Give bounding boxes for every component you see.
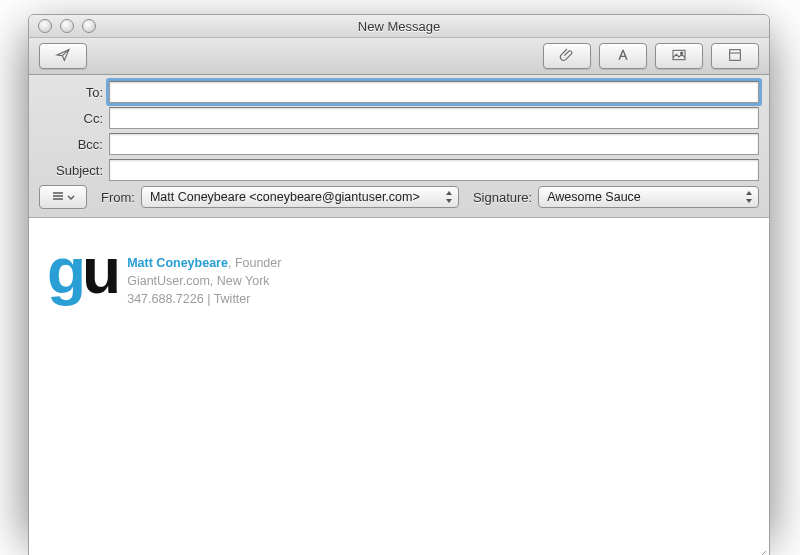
svg-line-7 <box>756 551 766 555</box>
subject-field[interactable] <box>109 159 759 181</box>
signature-twitter-link[interactable]: Twitter <box>214 292 251 306</box>
close-window-button[interactable] <box>38 19 52 33</box>
svg-rect-2 <box>730 49 741 60</box>
signature-location: New York <box>217 274 270 288</box>
to-label: To: <box>39 85 109 100</box>
zoom-window-button[interactable] <box>82 19 96 33</box>
paperclip-icon <box>558 47 576 66</box>
signature-block: gu Matt Coneybeare, Founder GiantUser.co… <box>47 244 751 308</box>
photo-browser-button[interactable] <box>655 43 703 69</box>
send-button[interactable] <box>39 43 87 69</box>
signature-company-link[interactable]: GiantUser.com <box>127 274 210 288</box>
stationery-button[interactable] <box>711 43 759 69</box>
bcc-field[interactable] <box>109 133 759 155</box>
cc-label: Cc: <box>39 111 109 126</box>
signature-value: Awesome Sauce <box>547 190 641 204</box>
updown-icon <box>744 189 754 205</box>
from-label: From: <box>101 190 135 205</box>
svg-rect-0 <box>673 50 685 59</box>
resize-handle[interactable] <box>753 548 767 555</box>
bcc-label: Bcc: <box>39 137 109 152</box>
minimize-window-button[interactable] <box>60 19 74 33</box>
stationery-icon <box>726 47 744 66</box>
header-menu-button[interactable] <box>39 185 87 209</box>
attach-button[interactable] <box>543 43 591 69</box>
signature-name[interactable]: Matt Coneybeare <box>127 256 228 270</box>
paper-plane-icon <box>54 47 72 66</box>
format-button[interactable] <box>599 43 647 69</box>
toolbar <box>29 38 769 75</box>
titlebar: New Message <box>29 15 769 38</box>
svg-point-1 <box>681 51 683 53</box>
updown-icon <box>444 189 454 205</box>
signature-phone: 347.688.7226 <box>127 292 203 306</box>
cc-field[interactable] <box>109 107 759 129</box>
from-value: Matt Coneybeare <coneybeare@giantuser.co… <box>150 190 420 204</box>
subject-label: Subject: <box>39 163 109 178</box>
signature-label: Signature: <box>473 190 532 205</box>
compose-window: New Message <box>28 14 770 555</box>
header-fields: To: Cc: Bcc: Subject: From: <box>29 75 769 218</box>
font-icon <box>614 47 632 66</box>
to-field[interactable] <box>109 81 759 103</box>
chevron-down-icon <box>67 190 75 204</box>
window-title: New Message <box>29 19 769 34</box>
signature-title: Founder <box>235 256 282 270</box>
signature-select[interactable]: Awesome Sauce <box>538 186 759 208</box>
signature-logo: gu <box>47 244 117 298</box>
photo-icon <box>670 47 688 66</box>
from-select[interactable]: Matt Coneybeare <coneybeare@giantuser.co… <box>141 186 459 208</box>
message-body[interactable]: gu Matt Coneybeare, Founder GiantUser.co… <box>29 218 769 555</box>
list-icon <box>52 190 64 204</box>
